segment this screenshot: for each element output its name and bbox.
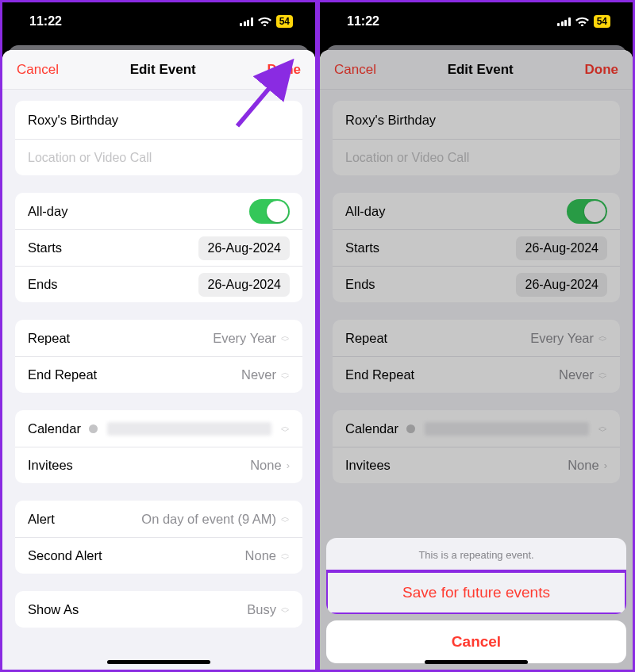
wifi-icon [258,17,271,26]
ends-row[interactable]: Ends 26-Aug-2024 [15,266,302,302]
home-indicator[interactable] [425,660,528,664]
cellular-icon [240,17,253,26]
page-title: Edit Event [130,62,196,78]
action-sheet-cancel-button[interactable]: Cancel [326,620,626,663]
battery-indicator: 54 [276,15,293,28]
phone-left: 11:22 54 Cancel Edit Event Done Roxy's B… [2,2,315,670]
ends-date[interactable]: 26-Aug-2024 [198,273,290,297]
event-title-field[interactable]: Roxy's Birthday [15,101,302,139]
all-day-toggle[interactable] [249,199,290,224]
phone-right: 11:22 54 Cancel Edit Event Done Roxy's B… [320,2,633,670]
status-icons: 54 [557,15,610,28]
title-location-group: Roxy's Birthday Location or Video Call [15,101,302,175]
repeat-row[interactable]: Repeat Every Year︿﹀ [15,320,302,356]
status-icons: 54 [240,15,293,28]
starts-date[interactable]: 26-Aug-2024 [198,236,290,260]
cellular-icon [557,17,571,26]
action-sheet: This is a repeating event. Save for futu… [326,538,626,663]
starts-row[interactable]: Starts 26-Aug-2024 [15,229,302,266]
select-icon: ︿﹀ [281,605,290,614]
calendar-row[interactable]: Calendar ︿﹀ [15,410,302,447]
status-bar: 11:22 54 [320,2,633,40]
chevron-right-icon: › [287,460,290,470]
datetime-group: All-day Starts 26-Aug-2024 Ends 26-Aug-2… [15,193,302,302]
select-icon: ︿﹀ [281,424,290,433]
show-as-row[interactable]: Show As Busy︿﹀ [15,591,302,628]
edit-event-sheet-dimmed: Cancel Edit Event Done Roxy's Birthday L… [320,50,633,670]
select-icon: ︿﹀ [281,514,290,524]
all-day-row[interactable]: All-day [15,193,302,229]
second-alert-row[interactable]: Second Alert None︿﹀ [15,537,302,574]
battery-indicator: 54 [594,15,610,28]
status-time: 11:22 [347,14,379,29]
alert-row[interactable]: Alert On day of event (9 AM)︿﹀ [15,501,302,537]
calendar-group: Calendar ︿﹀ Invitees None› [15,410,302,483]
repeat-group: Repeat Every Year︿﹀ End Repeat Never︿﹀ [15,320,302,393]
navbar: Cancel Edit Event Done [2,50,315,90]
alert-group: Alert On day of event (9 AM)︿﹀ Second Al… [15,501,302,574]
select-icon: ︿﹀ [281,333,290,343]
redacted-text [107,422,271,436]
action-sheet-header: This is a repeating event. [326,538,626,571]
show-as-group: Show As Busy︿﹀ [15,591,302,628]
location-field[interactable]: Location or Video Call [15,139,302,175]
status-time: 11:22 [29,14,62,29]
save-future-events-button[interactable]: Save for future events [326,571,626,614]
done-button[interactable]: Done [267,62,301,78]
select-icon: ︿﹀ [281,370,290,379]
select-icon: ︿﹀ [281,551,290,560]
calendar-dot-icon [89,424,98,433]
cancel-button[interactable]: Cancel [17,62,59,78]
invitees-row[interactable]: Invitees None› [15,447,302,483]
home-indicator[interactable] [107,660,210,664]
wifi-icon [575,17,589,26]
edit-event-sheet: Cancel Edit Event Done Roxy's Birthday L… [2,50,315,670]
end-repeat-row[interactable]: End Repeat Never︿﹀ [15,356,302,393]
status-bar: 11:22 54 [2,2,315,40]
